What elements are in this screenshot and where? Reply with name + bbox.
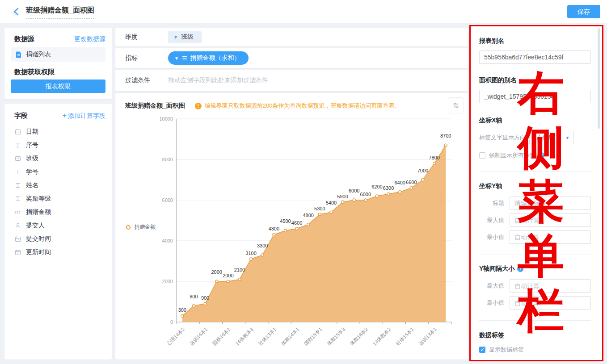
- select-icon: [14, 155, 21, 162]
- svg-text:6400: 6400: [394, 180, 405, 185]
- svg-text:300: 300: [178, 307, 186, 313]
- svg-text:14体教本3: 14体教本3: [234, 326, 254, 347]
- fields-title: 字段: [14, 112, 28, 120]
- svg-text:社体13本1: 社体13本1: [257, 326, 277, 347]
- question-icon[interactable]: ?: [517, 266, 523, 272]
- sort-toggle-button[interactable]: ⇅: [448, 97, 464, 113]
- y-min-input[interactable]: [510, 230, 591, 244]
- svg-text:6000: 6000: [162, 197, 173, 203]
- svg-text:4800: 4800: [303, 213, 313, 218]
- drag-handle-icon: ☰: [182, 55, 187, 62]
- svg-text:3100: 3100: [245, 251, 256, 256]
- svg-text:心理14本2: 心理14本2: [165, 326, 186, 347]
- report-alias-title: 报表别名: [479, 37, 591, 45]
- divider: [479, 255, 591, 255]
- dimension-row: 维度 ▼ 班级: [115, 28, 468, 46]
- warning-icon: !: [195, 103, 202, 109]
- svg-text:2100: 2100: [234, 267, 245, 272]
- number-icon: 123: [14, 209, 21, 215]
- chevron-down-icon: ▼: [561, 131, 573, 144]
- svg-text:园林16本2: 园林16本2: [211, 326, 232, 347]
- person-icon: [14, 222, 21, 229]
- field-item[interactable]: 姓名: [14, 179, 105, 192]
- save-button[interactable]: 保存: [567, 5, 600, 18]
- text-icon: [14, 196, 21, 202]
- data-label-title: 数据标签: [479, 331, 591, 339]
- y-title-label: 标题: [479, 199, 504, 207]
- calendar-icon: [14, 249, 21, 255]
- field-item[interactable]: 123捐赠金额: [14, 205, 105, 219]
- page-title: 班级捐赠金额_面积图: [26, 6, 94, 19]
- y-max-label: 最大值: [479, 216, 504, 224]
- y-max-input[interactable]: [510, 213, 591, 227]
- divider: [479, 171, 591, 172]
- svg-text:4600: 4600: [291, 220, 302, 226]
- widget-alias-input[interactable]: [479, 90, 591, 103]
- svg-text:运训13本1: 运训13本1: [417, 326, 438, 347]
- label-direction-select[interactable]: 左倾斜 ▼: [529, 131, 574, 144]
- chart-title: 班级捐赠金额_面积图: [125, 102, 185, 110]
- field-item[interactable]: 学号: [14, 165, 105, 179]
- show-data-label-label: 显示数据标签: [489, 346, 524, 354]
- report-alias-input[interactable]: [479, 50, 591, 64]
- field-item[interactable]: 日期: [14, 125, 105, 138]
- report-permission-button[interactable]: 报表权限: [11, 79, 105, 93]
- svg-text:4300: 4300: [269, 226, 279, 231]
- chevron-down-icon: ▼: [173, 35, 178, 40]
- right-settings-panel: 报表别名 面积图的别名 坐标X轴 标签文字显示方向 左倾斜 ▼ 强制显示所有标签…: [471, 26, 603, 360]
- dimension-tag[interactable]: ▼ 班级: [168, 31, 202, 43]
- calendar-icon: [14, 129, 21, 135]
- filter-row[interactable]: 过滤条件 拖动左侧字段到此处来添加过滤条件: [115, 70, 468, 91]
- field-item[interactable]: 更新时间: [14, 246, 105, 259]
- svg-text:900: 900: [201, 295, 209, 301]
- plus-icon: +: [63, 112, 67, 119]
- show-data-label-checkbox[interactable]: ✓: [479, 347, 485, 353]
- field-label: 班级: [26, 155, 38, 163]
- fields-panel: 字段 +添加计算字段 日期序号班级学号姓名奖励等级123捐赠金额提交人提交时间更…: [4, 104, 112, 360]
- field-label: 提交人: [26, 222, 45, 230]
- info-icon[interactable]: ?: [538, 152, 544, 159]
- svg-text:8700: 8700: [440, 133, 451, 138]
- label-direction-label: 标签文字显示方向: [479, 134, 526, 142]
- force-all-labels-checkbox[interactable]: [479, 152, 485, 159]
- text-icon: [14, 182, 21, 188]
- scrollbar[interactable]: [598, 28, 600, 129]
- chevron-down-icon: ▼: [174, 56, 179, 61]
- y-title-input[interactable]: [510, 197, 591, 210]
- datasource-item[interactable]: 捐赠列表: [11, 47, 105, 62]
- back-icon[interactable]: [12, 7, 21, 17]
- legend-marker-icon: [126, 225, 131, 230]
- metric-row: 指标 ▼ ☰ 捐赠金额（求和）: [115, 48, 468, 68]
- svg-text:7000: 7000: [417, 168, 428, 173]
- field-item[interactable]: 序号: [14, 138, 105, 152]
- field-item[interactable]: 班级: [14, 152, 105, 165]
- svg-text:14体教本2: 14体教本2: [372, 326, 392, 347]
- svg-text:123: 123: [14, 210, 21, 214]
- add-calc-field-link[interactable]: +添加计算字段: [63, 112, 105, 120]
- field-item[interactable]: 奖励等级: [14, 192, 105, 205]
- svg-text:5900: 5900: [337, 194, 348, 199]
- metric-label: 指标: [125, 54, 168, 62]
- field-item[interactable]: 提交时间: [14, 232, 105, 246]
- svg-text:2000: 2000: [211, 269, 222, 275]
- svg-text:8000: 8000: [162, 157, 173, 162]
- svg-text:体教15本3: 体教15本3: [325, 326, 346, 347]
- y-min-label: 最小值: [479, 233, 504, 241]
- field-label: 更新时间: [26, 248, 51, 256]
- svg-text:7800: 7800: [429, 155, 439, 160]
- field-item[interactable]: 提交人: [14, 219, 105, 232]
- svg-text:国财15专1: 国财15专1: [303, 326, 323, 347]
- text-icon: [14, 142, 21, 148]
- interval-max-input[interactable]: [510, 279, 591, 293]
- svg-text:体教16本2: 体教16本2: [349, 326, 369, 347]
- svg-text:10000: 10000: [159, 116, 173, 121]
- svg-text:5300: 5300: [314, 206, 325, 211]
- interval-min-input[interactable]: [510, 296, 591, 310]
- change-datasource-link[interactable]: 更改数据源: [74, 35, 105, 43]
- svg-text:0: 0: [170, 319, 173, 325]
- widget-alias-title: 面积图的别名: [479, 76, 591, 84]
- force-all-labels-label: 强制显示所有标签: [489, 151, 535, 159]
- metric-tag[interactable]: ▼ ☰ 捐赠金额（求和）: [168, 51, 249, 65]
- svg-text:5400: 5400: [326, 200, 337, 205]
- field-label: 奖励等级: [26, 195, 51, 203]
